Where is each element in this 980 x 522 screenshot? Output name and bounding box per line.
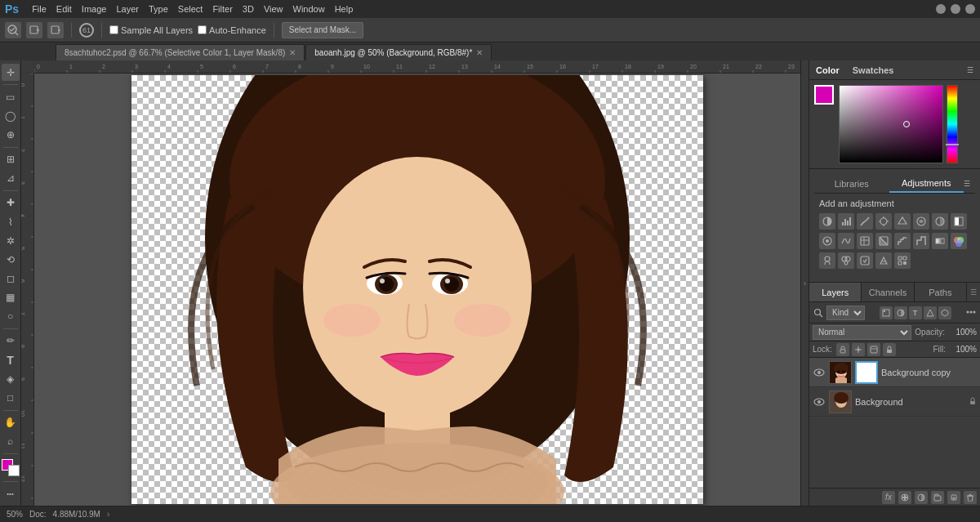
lasso-tool[interactable]: ◯	[2, 107, 20, 124]
fill-value[interactable]: 100%	[948, 345, 977, 354]
brush-size-control[interactable]: 61	[79, 23, 94, 38]
heal-tool[interactable]: ✚	[2, 194, 20, 212]
menu-select[interactable]: Select	[178, 4, 203, 14]
menu-filter[interactable]: Filter	[212, 4, 232, 14]
paths-tab[interactable]: Paths	[915, 283, 967, 301]
exposure-icon[interactable]	[875, 213, 892, 230]
foreground-color-swatch[interactable]	[814, 85, 834, 105]
eraser-tool[interactable]: ◻	[2, 270, 20, 287]
adj-icon-e[interactable]	[894, 252, 911, 269]
menu-window[interactable]: Window	[293, 4, 325, 14]
shape-tool[interactable]: □	[2, 389, 20, 406]
sample-all-layers-checkbox[interactable]: Sample All Layers	[109, 25, 193, 35]
color-gradient-picker[interactable]	[839, 85, 943, 163]
type-layer-filter[interactable]: T	[909, 306, 922, 319]
adj-icon-c[interactable]	[857, 252, 873, 269]
adj-icon-b[interactable]	[838, 252, 854, 269]
pen-tool[interactable]: ✏	[2, 332, 20, 350]
vibrance-icon[interactable]	[894, 213, 911, 230]
brush-tool[interactable]: ⌇	[2, 213, 20, 230]
layers-tab[interactable]: Layers	[809, 283, 862, 301]
layer-visibility-toggle[interactable]	[813, 366, 826, 379]
color-tab[interactable]: Color	[816, 65, 840, 75]
photo-filter-icon[interactable]	[819, 233, 835, 249]
move-tool[interactable]: ✛	[2, 64, 20, 81]
tab1-close[interactable]: ✕	[289, 48, 296, 57]
panel-collapse-bar[interactable]: ›	[800, 60, 808, 506]
menu-3d[interactable]: 3D	[243, 4, 254, 14]
color-balance-icon[interactable]	[932, 213, 948, 230]
new-group-icon[interactable]	[931, 491, 944, 504]
smart-object-filter[interactable]	[938, 306, 951, 319]
layers-panel-options[interactable]: ☰	[967, 283, 980, 301]
tab2-close[interactable]: ✕	[476, 48, 483, 57]
dodge-tool[interactable]: ○	[2, 308, 20, 325]
threshold-icon[interactable]	[913, 233, 929, 249]
adj-icon-d[interactable]	[875, 252, 892, 269]
lock-artboard-icon[interactable]	[867, 343, 880, 356]
history-brush-tool[interactable]: ⟲	[2, 251, 20, 268]
quick-select-tool[interactable]: ⊕	[2, 126, 20, 143]
adj-icon-a[interactable]	[819, 252, 835, 269]
levels-icon[interactable]	[838, 213, 854, 230]
adjustment-layer-filter[interactable]	[894, 306, 907, 319]
color-panel-options[interactable]: ☰	[967, 66, 973, 74]
add-to-selection-icon[interactable]	[26, 22, 42, 38]
sample-all-layers-input[interactable]	[109, 25, 118, 34]
hand-tool[interactable]: ✋	[2, 414, 20, 431]
menu-image[interactable]: Image	[82, 4, 107, 14]
lock-all-icon[interactable]	[883, 343, 896, 356]
quick-select-tool-icon[interactable]	[5, 22, 21, 38]
clone-tool[interactable]: ✲	[2, 232, 20, 249]
auto-enhance-checkbox[interactable]: Auto-Enhance	[198, 25, 266, 35]
pixel-layer-filter[interactable]	[880, 306, 893, 319]
adj-panel-options[interactable]: ☰	[964, 174, 970, 193]
fx-icon[interactable]: fx	[882, 491, 895, 504]
menu-layer[interactable]: Layer	[116, 4, 139, 14]
minimize-button[interactable]	[936, 4, 946, 14]
brightness-contrast-icon[interactable]	[819, 213, 835, 230]
menu-type[interactable]: Type	[149, 4, 168, 14]
opacity-value[interactable]: 100%	[948, 328, 977, 337]
new-layer-icon[interactable]	[947, 491, 960, 504]
layer-item[interactable]: Background copy	[809, 358, 980, 387]
channels-tab[interactable]: Channels	[862, 283, 914, 301]
select-mask-button[interactable]: Select and Mask...	[282, 22, 363, 38]
tab-file2[interactable]: baoanh.jpg @ 50% (Background, RGB/8#)* ✕	[305, 44, 492, 60]
layer-item[interactable]: Background	[809, 387, 980, 417]
menu-file[interactable]: File	[32, 4, 47, 14]
selective-color-icon[interactable]	[951, 233, 967, 249]
color-lookup-icon[interactable]	[857, 233, 873, 249]
new-adjustment-icon[interactable]	[915, 491, 928, 504]
layer-visibility-toggle[interactable]	[813, 395, 826, 408]
curves-icon[interactable]	[857, 213, 873, 230]
tab-file1[interactable]: 8sachtuhoc2.psd @ 66.7% (Selective Color…	[56, 44, 305, 60]
zoom-tool[interactable]: ⌕	[2, 433, 20, 450]
path-select-tool[interactable]: ◈	[2, 370, 20, 387]
swatches-tab[interactable]: Swatches	[853, 65, 894, 75]
add-mask-icon[interactable]	[898, 491, 911, 504]
eyedropper-tool[interactable]: ⊿	[2, 170, 20, 187]
background-color[interactable]	[8, 465, 20, 476]
text-tool[interactable]: T	[2, 351, 20, 368]
extra-tools[interactable]: •••	[2, 485, 20, 502]
menu-edit[interactable]: Edit	[56, 4, 72, 14]
crop-tool[interactable]: ⊞	[2, 151, 20, 168]
color-hue-slider[interactable]	[947, 85, 958, 163]
menu-view[interactable]: View	[264, 4, 283, 14]
black-white-icon[interactable]	[951, 213, 967, 230]
menu-help[interactable]: Help	[335, 4, 354, 14]
gradient-tool[interactable]: ▦	[2, 289, 20, 306]
close-button[interactable]	[965, 4, 975, 14]
maximize-button[interactable]	[951, 4, 960, 14]
blend-mode-select[interactable]: Normal	[813, 325, 911, 340]
delete-layer-icon[interactable]	[964, 491, 977, 504]
subtract-selection-icon[interactable]	[47, 22, 64, 38]
hue-saturation-icon[interactable]	[913, 213, 929, 230]
invert-icon[interactable]	[875, 233, 892, 249]
filter-kind-select[interactable]: Kind	[826, 306, 865, 320]
posterize-icon[interactable]	[894, 233, 911, 249]
gradient-map-icon[interactable]	[932, 233, 948, 249]
libraries-tab[interactable]: Libraries	[814, 174, 889, 193]
marquee-tool[interactable]: ▭	[2, 88, 20, 105]
